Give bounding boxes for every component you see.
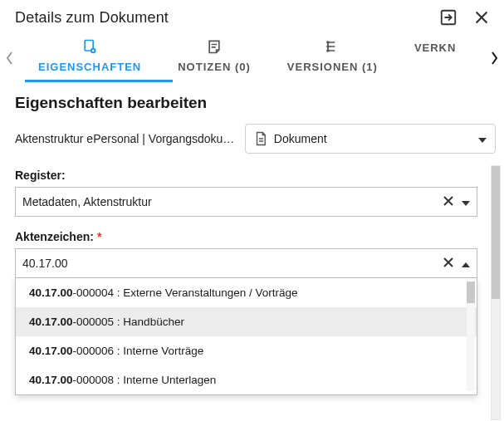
aktenzeichen-option[interactable]: 40.17.00-000008 : Interne Unterlagen	[16, 365, 477, 394]
aktenzeichen-input[interactable]	[22, 257, 443, 270]
document-type-select[interactable]: Dokument	[245, 124, 496, 154]
panel-scrollbar[interactable]	[491, 165, 501, 420]
tabs-scroll-left[interactable]	[0, 50, 20, 66]
versions-icon	[324, 38, 340, 57]
breadcrumb: Aktenstruktur ePersonal | Vorgangsdoku…	[15, 132, 237, 145]
option-rest: -000008 : Interne Unterlagen	[73, 374, 217, 386]
clear-icon[interactable]	[443, 256, 453, 271]
aktenzeichen-label: Aktenzeichen: *	[15, 230, 477, 243]
svg-point-5	[327, 50, 329, 51]
option-code-prefix: 40.17.00	[29, 345, 73, 357]
option-rest: -000006 : Interne Vorträge	[73, 345, 204, 357]
panel-body: Eigenschaften bearbeiten Aktenstruktur e…	[0, 82, 504, 420]
tab-label: NOTIZEN (0)	[178, 61, 251, 73]
svg-point-4	[327, 46, 329, 47]
svg-point-3	[327, 42, 329, 43]
aktenzeichen-label-text: Aktenzeichen:	[15, 230, 94, 243]
aktenzeichen-option[interactable]: 40.17.00-000006 : Interne Vorträge	[16, 336, 477, 365]
section-title: Eigenschaften bearbeiten	[15, 94, 496, 112]
tab-properties[interactable]: EIGENSCHAFTEN	[20, 33, 159, 81]
tab-notes[interactable]: NOTIZEN (0)	[159, 33, 269, 81]
aktenzeichen-option[interactable]: 40.17.00-000005 : Handbücher	[16, 307, 477, 336]
aktenzeichen-option[interactable]: 40.17.00-000004 : Externe Veranstaltunge…	[16, 278, 477, 307]
export-icon[interactable]	[439, 8, 458, 27]
aktenzeichen-actions	[443, 256, 470, 271]
header-actions	[439, 8, 491, 27]
panel-title: Details zum Dokument	[15, 9, 439, 27]
caret-up-icon[interactable]	[462, 256, 470, 271]
dropdown-scrollbar[interactable]	[467, 281, 475, 391]
tab-label: VERKN	[414, 42, 457, 54]
register-value[interactable]	[22, 195, 443, 208]
option-code-prefix: 40.17.00	[29, 286, 73, 299]
clear-icon[interactable]	[443, 194, 453, 209]
option-code-prefix: 40.17.00	[29, 374, 73, 386]
close-icon[interactable]	[472, 8, 491, 27]
panel-header: Details zum Dokument	[0, 0, 504, 33]
option-rest: -000005 : Handbücher	[73, 316, 184, 328]
tab-links[interactable]: VERKN	[396, 33, 457, 81]
tabs-scroll-right[interactable]	[484, 50, 504, 66]
option-rest: -000004 : Externe Veranstaltungen / Vort…	[73, 286, 298, 299]
document-icon	[254, 131, 267, 146]
register-field: Register:	[15, 169, 477, 217]
register-label: Register:	[15, 169, 477, 182]
breadcrumb-row: Aktenstruktur ePersonal | Vorgangsdoku… …	[15, 124, 496, 154]
tab-label: EIGENSCHAFTEN	[38, 61, 141, 73]
aktenzeichen-dropdown: 40.17.00-000004 : Externe Veranstaltunge…	[15, 278, 477, 395]
register-actions	[443, 194, 470, 209]
document-type-value: Dokument	[274, 132, 478, 145]
required-indicator: *	[97, 230, 101, 243]
note-icon	[206, 38, 223, 57]
tab-label: VERSIONEN (1)	[287, 61, 378, 73]
register-select[interactable]	[15, 187, 477, 217]
option-code-prefix: 40.17.00	[29, 316, 73, 328]
aktenzeichen-field: Aktenzeichen: * 40.17.00-000004 : Extern…	[15, 230, 477, 395]
tabs-bar: EIGENSCHAFTEN NOTIZEN (0) VERSIONEN (1) …	[0, 33, 504, 82]
tab-versions[interactable]: VERSIONEN (1)	[269, 33, 396, 81]
tabs: EIGENSCHAFTEN NOTIZEN (0) VERSIONEN (1) …	[20, 33, 484, 82]
caret-down-icon[interactable]	[462, 194, 470, 209]
caret-down-icon	[478, 131, 487, 146]
aktenzeichen-combobox[interactable]	[15, 248, 477, 278]
properties-icon	[81, 38, 98, 57]
